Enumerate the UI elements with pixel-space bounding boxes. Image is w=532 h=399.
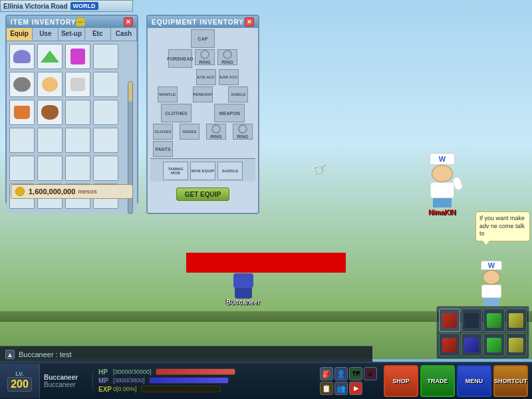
- equip-slot-ear-acc[interactable]: EAR ACC: [219, 69, 239, 85]
- tab-setup[interactable]: Set-up: [59, 28, 84, 41]
- equip-slot-mob-equip[interactable]: MOB EQUIP: [190, 162, 215, 180]
- equip-slot-mantle[interactable]: MANTLE: [158, 86, 178, 102]
- skill-slot-3[interactable]: [483, 309, 505, 332]
- tab-equip[interactable]: Equip: [7, 28, 33, 41]
- world-badge: WORLD: [70, 2, 98, 10]
- hp-bar-fill: [156, 369, 235, 374]
- inv-slot-13[interactable]: [37, 128, 63, 153]
- mesos-display: 1,600,000,000 mesos: [11, 184, 133, 199]
- inv-slot-0[interactable]: [9, 44, 35, 69]
- inv-slot-17[interactable]: [37, 156, 63, 181]
- icon-row-top: 🎒 👤 🗺 ⚔: [320, 367, 377, 380]
- exp-values: 0[0.00%]: [113, 386, 137, 392]
- npc2-character[interactable]: W: [481, 261, 502, 306]
- trade-button[interactable]: TRADE: [420, 365, 455, 397]
- level-value: 200: [7, 377, 32, 392]
- mp-bar-fill: [150, 378, 228, 383]
- equip-slot-clothes[interactable]: CLOTHES: [161, 104, 192, 122]
- inv-slot-14[interactable]: [65, 128, 90, 153]
- equip-slot-eye-acc[interactable]: EYE ACC: [196, 69, 216, 85]
- equip-inv-title: EQUIPMENT INVENTORY: [152, 19, 244, 26]
- arrow-icon[interactable]: ▶: [349, 382, 362, 395]
- skill-slot-5[interactable]: [439, 333, 460, 356]
- inv-slot-11[interactable]: [93, 100, 118, 125]
- skill-icon[interactable]: ⚔: [364, 367, 377, 380]
- skill-slot-4[interactable]: [506, 309, 527, 332]
- exp-bar-bg: [141, 386, 221, 392]
- menu-button[interactable]: MENU: [457, 365, 491, 397]
- equip-slot-pants[interactable]: PANTS: [153, 141, 173, 157]
- inv-slot-8[interactable]: [9, 100, 35, 125]
- tab-cash[interactable]: Cash: [111, 28, 137, 41]
- skill-slot-7[interactable]: [483, 333, 505, 356]
- get-equip-button[interactable]: GET EQUIP: [176, 188, 229, 201]
- bottom-buttons: SHOP TRADE MENU SHORTCUT: [380, 365, 532, 397]
- shop-button[interactable]: SHOP: [384, 365, 418, 397]
- inv-slot-3[interactable]: [93, 44, 118, 69]
- equip-slot-ring3[interactable]: RING: [206, 124, 226, 140]
- inv-slot-2[interactable]: [65, 44, 90, 69]
- tab-etc[interactable]: Etc: [85, 28, 111, 41]
- npc1-character[interactable]: W NimaKIN: [426, 153, 459, 216]
- equip-slot-weapon[interactable]: WEAPON: [214, 104, 245, 122]
- equip-slot-pendant[interactable]: PENDANT: [193, 86, 213, 102]
- item-inv-close[interactable]: ✕: [124, 17, 133, 27]
- quest-icon[interactable]: 📋: [320, 382, 333, 395]
- equip-slot-saddle[interactable]: SADDLE: [217, 162, 243, 180]
- equip-slot-shield[interactable]: SHIELD: [228, 86, 248, 102]
- skill-slot-8[interactable]: [506, 333, 527, 356]
- bag-icon[interactable]: 🎒: [320, 367, 333, 380]
- char-subclass: Buccaneer: [44, 381, 88, 388]
- equip-inv-close[interactable]: ✕: [245, 17, 254, 27]
- inv-slot-7[interactable]: [93, 72, 118, 97]
- inv-slot-16[interactable]: [9, 156, 35, 181]
- inv-slot-10[interactable]: [65, 100, 90, 125]
- skill-slot-1[interactable]: [439, 309, 460, 332]
- equip-slot-gloves[interactable]: GLOVES: [153, 124, 173, 140]
- equip-slot-tamring[interactable]: TAMING MOB: [163, 162, 188, 180]
- inv-slot-4[interactable]: [9, 72, 35, 97]
- speech-text: If you want make adv ne come talk to: [479, 215, 525, 237]
- hp-values: [30000/30000]: [113, 368, 152, 375]
- map-icon[interactable]: 🗺: [349, 367, 362, 380]
- inv-slot-19[interactable]: [93, 156, 118, 181]
- char-info: Buccaneer Buccaneer: [40, 372, 93, 390]
- party-icon[interactable]: 👥: [334, 382, 348, 395]
- equip-slot-ring1[interactable]: RING: [195, 49, 215, 65]
- stats-area: HP [30000/30000] MP [3800/3800] EXP 0[0.…: [93, 367, 317, 396]
- skill-slot-6[interactable]: [462, 333, 483, 356]
- equip-slot-ring2[interactable]: RING: [217, 49, 237, 65]
- mp-values: [3800/3800]: [113, 377, 145, 384]
- inv-slot-18[interactable]: [65, 156, 90, 181]
- mp-label: MP: [98, 377, 113, 384]
- char-icon[interactable]: 👤: [334, 367, 348, 380]
- inv-tabs: Equip Use Set-up Etc Cash: [7, 28, 137, 41]
- cursor-icon: ☞: [310, 158, 330, 180]
- item-inv-minimize[interactable]: ─: [76, 17, 85, 27]
- npc1-hat-label: W: [439, 155, 446, 163]
- equip-inv-titlebar: EQUIPMENT INVENTORY ✕: [148, 16, 258, 28]
- inv-slot-9[interactable]: [37, 100, 63, 125]
- skill-slot-2[interactable]: [462, 309, 483, 332]
- speech-bubble: If you want make adv ne come talk to: [475, 211, 530, 241]
- equip-slot-forehead[interactable]: FOREHEAD: [168, 49, 192, 68]
- npc2-hat-label: W: [488, 261, 495, 269]
- inv-slot-15[interactable]: [93, 128, 118, 153]
- inv-slot-1[interactable]: [37, 44, 63, 69]
- inv-slot-12[interactable]: [9, 128, 35, 153]
- npc1-name: NimaKIN: [428, 209, 456, 216]
- equip-slot-shoes[interactable]: SHOES: [180, 124, 200, 140]
- equip-slot-cap[interactable]: CAP: [191, 29, 215, 48]
- mesos-amount: 1,600,000,000: [29, 188, 75, 196]
- chat-expand-button[interactable]: ▲: [5, 350, 15, 359]
- tab-use[interactable]: Use: [33, 28, 59, 41]
- hp-bar-bg: [156, 368, 235, 375]
- mp-bar-bg: [149, 377, 229, 384]
- inv-scroll-thumb[interactable]: [128, 82, 132, 102]
- inv-slot-5[interactable]: [37, 72, 63, 97]
- inv-slot-6[interactable]: [65, 72, 90, 97]
- quick-icons: 🎒 👤 🗺 ⚔ 📋 👥 ▶: [317, 366, 380, 396]
- censored-bar: [186, 253, 346, 273]
- shortcut-button[interactable]: SHORTCUT: [493, 365, 528, 397]
- equip-slot-ring4[interactable]: RING: [233, 124, 253, 140]
